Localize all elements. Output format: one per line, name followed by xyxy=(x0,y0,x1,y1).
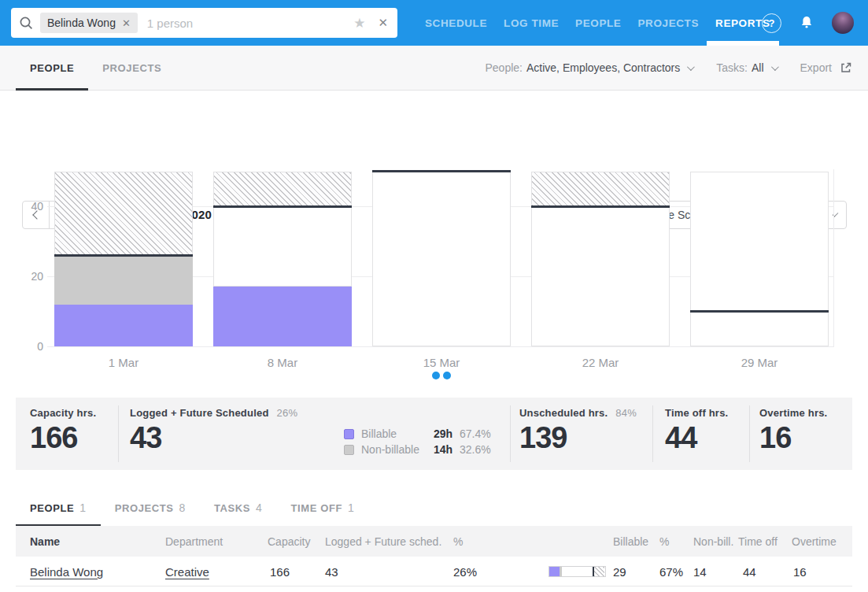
detail-tab-tasks[interactable]: TASKS 4 xyxy=(200,490,277,526)
search-chip-label: Belinda Wong xyxy=(47,17,116,29)
search-chip-person[interactable]: Belinda Wong ✕ xyxy=(40,13,138,33)
person-link[interactable]: Belinda Wong xyxy=(30,565,103,579)
capacity-line xyxy=(690,310,829,313)
search-icon xyxy=(19,16,34,31)
legend-billable-pct: 67.4% xyxy=(460,427,491,440)
pagination-dot-2[interactable] xyxy=(443,372,451,379)
col-logged[interactable]: Logged + Future sched. xyxy=(325,526,441,557)
export-label: Export xyxy=(800,61,832,74)
pagination-dots xyxy=(0,372,868,379)
stat-overtime-label: Overtime hrs. xyxy=(759,407,827,419)
detail-tab-tasks-label: TASKS xyxy=(214,502,250,514)
col-overtime[interactable]: Overtime xyxy=(792,526,837,557)
notifications-bell-icon[interactable] xyxy=(798,14,815,31)
nav-people[interactable]: PEOPLE xyxy=(575,0,621,46)
stat-unscheduled-label: Unscheduled hrs. xyxy=(519,407,608,419)
utilization-bar-chart: 020401 Mar8 Mar15 Mar22 Mar29 Mar xyxy=(0,165,868,394)
tab-people-label: PEOPLE xyxy=(30,62,74,74)
row-capacity: 166 xyxy=(270,557,290,586)
stat-logged-pct: 26% xyxy=(277,407,298,419)
segment-unscheduled xyxy=(213,206,352,287)
search-input[interactable]: Belinda Wong ✕ 1 person ★ ✕ xyxy=(11,8,397,38)
stat-timeoff: Time off hrs. 44 xyxy=(665,407,728,455)
stat-unscheduled: Unscheduled hrs. 84% 139 xyxy=(519,407,637,455)
filter-controls: People: Active, Employees, Contractors T… xyxy=(486,46,853,90)
help-icon[interactable]: ? xyxy=(762,13,781,33)
row-logged: 43 xyxy=(325,557,338,586)
capacity-line xyxy=(54,254,193,257)
capacity-line xyxy=(213,205,352,208)
tab-projects[interactable]: PROJECTS xyxy=(88,46,175,90)
tab-people[interactable]: PEOPLE xyxy=(16,46,88,90)
chart-legend: Billable 29h 67.4% Non-billable 14h 32.6… xyxy=(344,426,491,457)
col-capacity[interactable]: Capacity xyxy=(268,526,310,557)
detail-tab-timeoff-count: 1 xyxy=(348,501,354,514)
stat-logged-label: Logged + Future Scheduled xyxy=(130,407,269,419)
segment-unscheduled xyxy=(690,172,829,347)
minibar-unscheduled xyxy=(562,567,593,576)
detail-tab-people-label: PEOPLE xyxy=(30,502,74,514)
stat-timeoff-label: Time off hrs. xyxy=(665,407,728,419)
export-button[interactable]: Export xyxy=(800,61,852,74)
summary-stats-panel: Capacity hrs. 166 Logged + Future Schedu… xyxy=(16,398,852,470)
y-tick-40: 40 xyxy=(20,200,43,213)
chart-bar-15-mar[interactable] xyxy=(372,165,511,346)
utilization-minibar xyxy=(549,566,606,577)
gridline-0 xyxy=(47,346,834,347)
segment-non-billable xyxy=(54,255,193,304)
col-department[interactable]: Department xyxy=(165,526,223,557)
detail-tab-people[interactable]: PEOPLE 1 xyxy=(16,490,101,526)
people-filter-value: Active, Employees, Contractors xyxy=(526,61,680,74)
segment-billable xyxy=(213,287,352,346)
stat-unscheduled-pct: 84% xyxy=(615,407,637,419)
legend-nonbillable-label: Non-billable xyxy=(361,443,434,456)
user-avatar[interactable] xyxy=(832,12,854,34)
table-row: Belinda Wong Creative 166 43 26% 29 67% … xyxy=(16,557,852,586)
nav-schedule[interactable]: SCHEDULE xyxy=(425,0,487,46)
top-nav-bar: Belinda Wong ✕ 1 person ★ ✕ SCHEDULE LOG… xyxy=(0,0,868,46)
tasks-filter-dropdown[interactable]: Tasks: All xyxy=(716,61,776,74)
nav-log-time[interactable]: LOG TIME xyxy=(504,0,559,46)
search-clear-icon[interactable]: ✕ xyxy=(378,16,388,30)
export-external-link-icon xyxy=(840,61,852,74)
chip-remove-icon[interactable]: ✕ xyxy=(122,17,131,29)
department-link[interactable]: Creative xyxy=(165,565,209,579)
detail-tab-timeoff[interactable]: TIME OFF 1 xyxy=(277,490,369,526)
chart-bar-29-mar[interactable] xyxy=(690,165,829,346)
chevron-down-icon xyxy=(770,63,778,71)
col-nonbillable[interactable]: Non-bill. xyxy=(693,526,733,557)
people-filter-label: People: xyxy=(486,61,523,74)
divider xyxy=(749,405,750,462)
row-billable-pct: 67% xyxy=(659,557,683,586)
stat-capacity-label: Capacity hrs. xyxy=(30,407,96,419)
pagination-dot-1[interactable] xyxy=(432,372,440,379)
stat-logged-value: 43 xyxy=(130,421,297,455)
detail-tabs: PEOPLE 1 PROJECTS 8 TASKS 4 TIME OFF 1 xyxy=(0,490,868,526)
x-label-1-mar: 1 Mar xyxy=(54,356,193,369)
report-type-tabs: PEOPLE PROJECTS xyxy=(16,46,175,90)
legend-billable-hours: 29h xyxy=(434,427,460,440)
legend-billable: Billable 29h 67.4% xyxy=(344,426,491,442)
x-label-15-mar: 15 Mar xyxy=(372,356,511,369)
segment-time-off xyxy=(213,172,352,207)
chart-bar-1-mar[interactable] xyxy=(54,165,193,346)
chart-bar-8-mar[interactable] xyxy=(213,165,352,346)
col-logged-pct[interactable]: % xyxy=(453,526,463,557)
segment-unscheduled xyxy=(531,206,670,346)
legend-nonbillable: Non-billable 14h 32.6% xyxy=(344,442,491,457)
segment-billable xyxy=(54,305,193,346)
people-filter-dropdown[interactable]: People: Active, Employees, Contractors xyxy=(486,61,693,74)
col-billable[interactable]: Billable xyxy=(613,526,648,557)
col-billable-pct[interactable]: % xyxy=(659,526,669,557)
favorite-star-icon[interactable]: ★ xyxy=(353,15,365,31)
x-label-29-mar: 29 Mar xyxy=(690,356,829,369)
row-name: Belinda Wong xyxy=(30,557,103,586)
divider xyxy=(118,405,119,462)
legend-billable-label: Billable xyxy=(361,427,434,440)
chart-bar-22-mar[interactable] xyxy=(531,165,670,346)
col-timeoff[interactable]: Time off xyxy=(738,526,778,557)
row-billable: 29 xyxy=(613,557,626,586)
detail-tab-projects[interactable]: PROJECTS 8 xyxy=(101,490,200,526)
nav-projects[interactable]: PROJECTS xyxy=(637,0,699,46)
col-name[interactable]: Name xyxy=(30,526,60,557)
